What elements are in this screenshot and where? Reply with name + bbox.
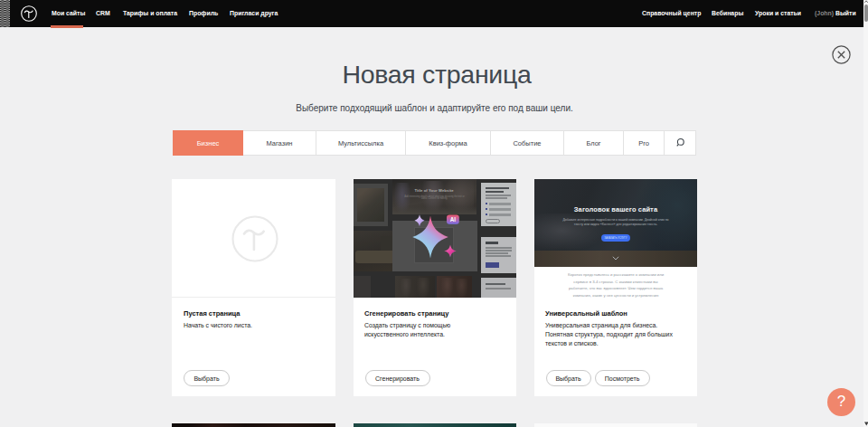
svg-text:AI: AI <box>449 216 456 223</box>
